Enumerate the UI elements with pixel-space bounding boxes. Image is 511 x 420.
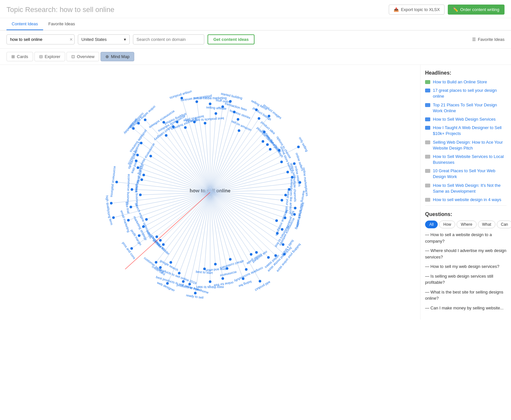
question-filter-how[interactable]: How [439, 221, 455, 228]
mind-map-dot[interactable] [250, 253, 252, 256]
mind-map-dot[interactable] [131, 188, 133, 191]
mind-map-dot[interactable] [275, 219, 278, 222]
mind-map-dot[interactable] [149, 155, 152, 157]
mind-map-dot[interactable] [255, 251, 258, 254]
mind-map-dot[interactable] [137, 166, 139, 169]
headline-item[interactable]: How I Taught A Web Designer to Sell $10k… [425, 125, 506, 137]
mind-map-dot[interactable] [110, 202, 113, 205]
mind-map-dot[interactable] [221, 277, 224, 280]
mind-map-dot[interactable] [130, 206, 132, 208]
question-filter-where[interactable]: Where [457, 221, 476, 228]
mind-map-dot[interactable] [294, 207, 296, 209]
export-button[interactable]: 📤 Export topic to XLSX [389, 5, 445, 15]
tab-mindmap[interactable]: ⊛ Mind Map [101, 52, 134, 61]
mind-map-dot[interactable] [203, 268, 206, 270]
mind-map-label[interactable]: pros and cons [122, 241, 137, 259]
mind-map-label[interactable]: ecommerce store [140, 143, 156, 166]
headline-item[interactable]: How to sell website design in 4 ways [425, 197, 506, 203]
mind-map-label[interactable]: add product [254, 281, 271, 292]
tab-content-ideas[interactable]: Content Ideas [6, 18, 43, 30]
question-filter-all[interactable]: All [425, 221, 438, 228]
mind-map-dot[interactable] [278, 149, 280, 151]
mind-map-label[interactable]: ecommerce business [126, 174, 131, 205]
tab-favorite-ideas[interactable]: Favorite Ideas [43, 18, 80, 30]
mind-map-label[interactable]: ecommerce [220, 270, 237, 278]
mind-map-dot[interactable] [170, 261, 172, 264]
mind-map-dot[interactable] [155, 235, 158, 238]
search-input[interactable] [6, 34, 75, 44]
headline-item[interactable]: Top 21 Places To Sell Your Design Work O… [425, 102, 506, 114]
mind-map-dot[interactable] [139, 194, 142, 196]
mind-map-label[interactable]: ready to sell [186, 294, 204, 300]
mind-map-dot[interactable] [138, 234, 140, 237]
headline-item[interactable]: How to Build an Online Store [425, 79, 506, 85]
mind-map-dot[interactable] [276, 232, 279, 235]
mind-map-dot[interactable] [155, 261, 157, 264]
mind-map-dot[interactable] [269, 148, 271, 150]
headline-item[interactable]: Selling Web Design: How to Ace Your Webs… [425, 139, 506, 151]
mind-map-dot[interactable] [280, 199, 283, 201]
mind-map-dot[interactable] [214, 263, 217, 265]
mind-map-dot[interactable] [204, 122, 206, 125]
mind-map-label[interactable]: only selling [298, 136, 309, 152]
mind-map-dot[interactable] [215, 112, 217, 115]
mind-map-dot[interactable] [242, 277, 244, 280]
mind-map-dot[interactable] [258, 117, 260, 120]
mind-map-dot[interactable] [209, 102, 211, 105]
mind-map-dot[interactable] [266, 143, 269, 146]
mind-map-dot[interactable] [165, 134, 167, 137]
headline-item[interactable]: 17 great places to sell your design onli… [425, 88, 506, 99]
mind-map-dot[interactable] [144, 118, 147, 121]
mind-map-dot[interactable] [237, 118, 239, 121]
mind-map-dot[interactable] [145, 218, 148, 221]
mind-map-dot[interactable] [282, 243, 284, 246]
mind-map-dot[interactable] [178, 272, 181, 274]
mind-map-dot[interactable] [166, 282, 169, 285]
headline-item[interactable]: How to Sell Web Design: It's Not the Sam… [425, 183, 506, 194]
mind-map-label[interactable]: high quality [105, 195, 110, 212]
mind-map-dot[interactable] [130, 247, 133, 250]
clear-icon[interactable]: × [70, 37, 73, 42]
mind-map-dot[interactable] [259, 280, 261, 282]
mind-map-dot[interactable] [127, 219, 130, 222]
tab-overview[interactable]: ⊡ Overview [66, 52, 99, 61]
mind-map-dot[interactable] [229, 258, 232, 260]
domain-input[interactable] [133, 34, 204, 44]
mind-map-dot[interactable] [268, 115, 270, 117]
mind-map-dot[interactable] [229, 100, 232, 103]
mind-map-dot[interactable] [280, 161, 283, 163]
country-select[interactable]: United States ▾ [78, 34, 130, 44]
mind-map-dot[interactable] [176, 121, 178, 123]
tab-cards[interactable]: ⊞ Cards [6, 52, 33, 61]
mind-map-dot[interactable] [281, 228, 283, 231]
mind-map-dot[interactable] [184, 126, 187, 129]
mind-map-dot[interactable] [194, 292, 196, 294]
mind-map-dot[interactable] [140, 142, 142, 144]
mind-map-label[interactable]: listing fee [238, 280, 252, 288]
mind-map-dot[interactable] [286, 171, 289, 173]
mind-map-dot[interactable] [115, 181, 118, 183]
headline-item[interactable]: 10 Great Places to Sell Your Web Design … [425, 168, 506, 180]
mind-map-dot[interactable] [299, 181, 301, 184]
favorite-ideas-link[interactable]: ☰ Favorite Ideas [472, 37, 505, 42]
tab-explorer[interactable]: ⊟ Explorer [34, 52, 65, 61]
mind-map-dot[interactable] [136, 154, 139, 156]
mind-map-dot[interactable] [142, 174, 145, 176]
mind-map-dot[interactable] [245, 268, 247, 271]
mind-map-dot[interactable] [297, 146, 300, 148]
mind-map-dot[interactable] [196, 101, 198, 103]
mind-map-label[interactable]: transaction fees [224, 102, 247, 112]
mind-map-dot[interactable] [112, 216, 115, 219]
get-ideas-button[interactable]: Get content ideas [208, 34, 255, 44]
question-filter-can[interactable]: Can [497, 221, 511, 228]
mind-map-dot[interactable] [267, 256, 270, 259]
mind-map-dot[interactable] [182, 280, 184, 283]
mind-map-dot[interactable] [262, 140, 264, 143]
question-filter-what[interactable]: What [478, 221, 495, 228]
mind-map-dot[interactable] [209, 280, 211, 283]
headline-item[interactable]: How to Sell Web Design Services [425, 116, 506, 122]
mind-map-dot[interactable] [159, 239, 162, 242]
mind-map-dot[interactable] [135, 160, 137, 162]
mind-map-dot[interactable] [221, 105, 224, 108]
mind-map-dot[interactable] [238, 129, 240, 132]
